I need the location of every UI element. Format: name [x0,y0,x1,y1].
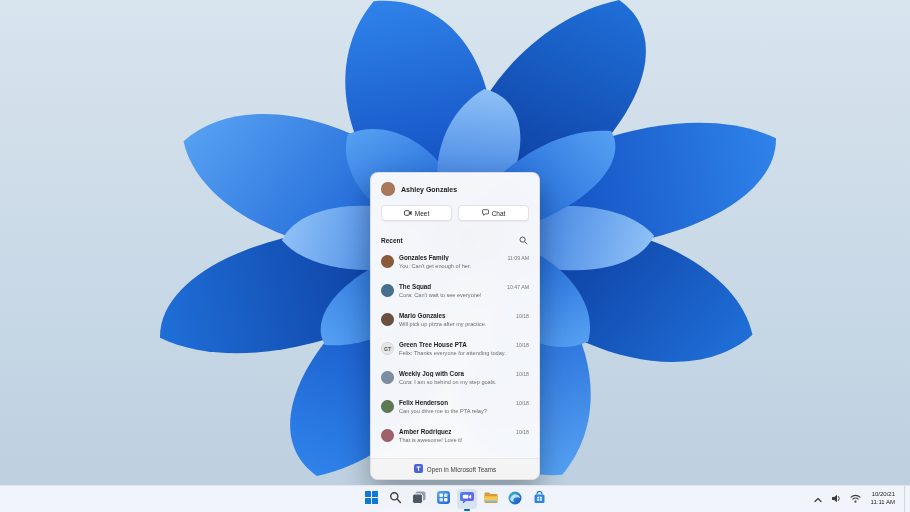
conversation-preview: Will pick up pizza after my practice. [399,321,529,327]
conversation-body: Weekly Jog with Cora 10/18 Cora: I am so… [399,370,529,385]
meet-button-label: Meet [415,210,429,217]
avatar: GT [381,342,394,355]
conversation-name: Mario Gonzales [399,312,446,319]
conversation-time: 10/18 [512,313,529,319]
conversation-time: 11:09 AM [503,255,529,261]
conversation-preview: Cora: Can't wait to see everyone! [399,292,529,298]
chevron-up-icon [813,492,823,507]
chat-button[interactable]: Chat [458,205,529,221]
open-in-teams-label: Open in Microsoft Teams [427,466,497,473]
start-button[interactable] [361,489,381,509]
clock[interactable]: 10/20/21 11:11 AM [868,491,898,507]
conversation-preview: You: Can't get enough of her. [399,263,529,269]
task-view-icon [412,491,426,507]
conversation-name: Felix Henderson [399,399,448,406]
network-button[interactable] [849,491,862,508]
conversation-time: 10/18 [512,371,529,377]
conversation-list: Gonzales Family 11:09 AM You: Can't get … [371,249,539,458]
conversation-time: 10:47 AM [503,284,529,290]
conversation-body: Amber Rodriguez 10/18 That is awesome! L… [399,428,529,443]
conversation-preview: That is awesome! Love it! [399,437,529,443]
conversation-row[interactable]: Felix Henderson 10/18 Can you drive me t… [375,395,535,424]
conversation-row[interactable]: GT Green Tree House PTA 10/18 Felix: Tha… [375,337,535,366]
user-name: Ashley Gonzales [401,186,457,193]
search-icon[interactable] [517,234,529,246]
chat-button-label: Chat [492,210,506,217]
volume-button[interactable] [830,491,843,508]
wifi-icon [850,492,861,507]
widgets-icon [437,491,450,507]
conversation-time: 10/18 [512,429,529,435]
windows-logo-icon [365,491,378,507]
conversation-body: Mario Gonzales 10/18 Will pick up pizza … [399,312,529,327]
conversation-body: Gonzales Family 11:09 AM You: Can't get … [399,254,529,269]
widgets-button[interactable] [433,489,453,509]
chat-action-row: Meet Chat [371,201,539,229]
tray-chevron-button[interactable] [812,491,824,508]
chat-flyout-panel: Ashley Gonzales Meet Chat Recent Gonzale… [370,172,540,480]
conversation-preview: Felix: Thanks everyone for attending tod… [399,350,529,356]
conversation-name: Amber Rodriguez [399,428,451,435]
task-view-button[interactable] [409,489,429,509]
avatar [381,255,394,268]
chat-taskbar-button[interactable] [457,489,477,509]
conversation-row[interactable]: Amber Rodriguez 10/18 That is awesome! L… [375,424,535,453]
avatar [381,313,394,326]
recent-header-row: Recent [371,229,539,249]
teams-chat-icon [460,491,474,507]
conversation-name: Green Tree House PTA [399,341,467,348]
conversation-preview: Cora: I am so behind on my step goals. [399,379,529,385]
conversation-preview: Can you drive me to the PTA relay? [399,408,529,414]
edge-browser-icon [508,491,522,508]
speaker-icon [831,492,842,507]
edge-button[interactable] [505,489,525,509]
search-icon [389,491,402,507]
tray-time: 11:11 AM [871,499,895,507]
avatar [381,429,394,442]
taskbar: 10/20/21 11:11 AM [0,485,910,512]
open-in-teams-button[interactable]: Open in Microsoft Teams [371,458,539,479]
system-tray: 10/20/21 11:11 AM [812,486,910,512]
video-camera-icon [404,210,412,217]
avatar [381,284,394,297]
taskbar-center-icons [361,486,549,512]
store-button[interactable] [529,489,549,509]
chat-bubble-icon [482,209,489,217]
file-explorer-button[interactable] [481,489,501,509]
teams-icon [414,464,423,474]
tray-date: 10/20/21 [871,491,895,499]
conversation-time: 10/18 [512,342,529,348]
user-avatar [381,182,395,196]
conversation-body: Felix Henderson 10/18 Can you drive me t… [399,399,529,414]
conversation-row[interactable]: Gonzales Family 11:09 AM You: Can't get … [375,250,535,279]
recent-label: Recent [381,237,403,244]
conversation-name: Gonzales Family [399,254,449,261]
folder-icon [484,492,498,507]
conversation-name: Weekly Jog with Cora [399,370,464,377]
taskbar-search-button[interactable] [385,489,405,509]
conversation-row[interactable]: Weekly Jog with Cora 10/18 Cora: I am so… [375,366,535,395]
conversation-row[interactable]: Mario Gonzales 10/18 Will pick up pizza … [375,308,535,337]
conversation-row[interactable]: The Squad 10:47 AM Cora: Can't wait to s… [375,279,535,308]
conversation-body: Green Tree House PTA 10/18 Felix: Thanks… [399,341,529,356]
meet-button[interactable]: Meet [381,205,452,221]
conversation-time: 10/18 [512,400,529,406]
avatar [381,400,394,413]
conversation-body: The Squad 10:47 AM Cora: Can't wait to s… [399,283,529,298]
conversation-name: The Squad [399,283,431,290]
avatar [381,371,394,384]
chat-panel-header: Ashley Gonzales [371,173,539,201]
store-bag-icon [533,491,546,507]
show-desktop-button[interactable] [904,486,908,512]
